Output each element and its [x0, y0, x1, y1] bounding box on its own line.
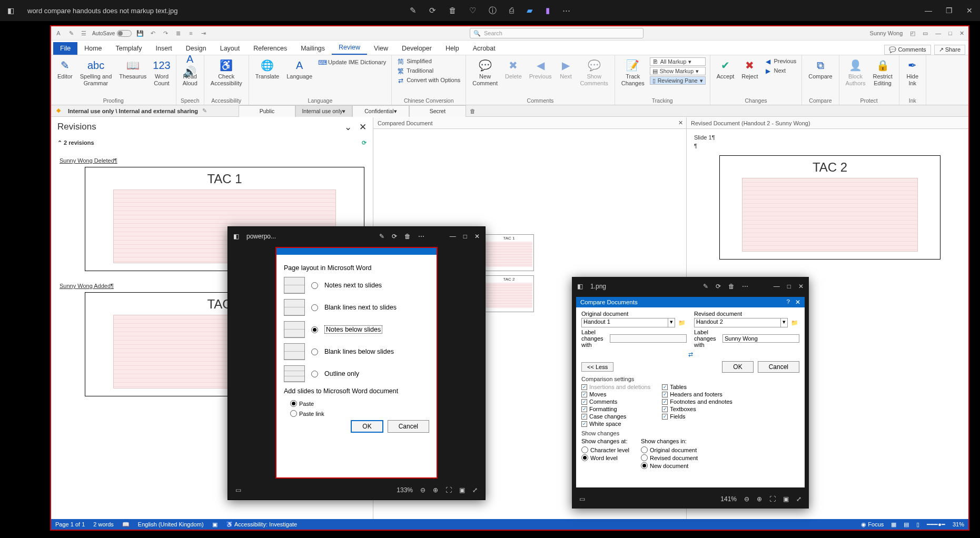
print-icon[interactable]: ⎙	[509, 6, 514, 16]
editor-button[interactable]: ✎Editor	[55, 57, 75, 81]
qat-touch-icon[interactable]: ☰	[80, 29, 88, 37]
pp-edit-icon[interactable]: ✎	[379, 233, 384, 240]
sensitivity-confidential[interactable]: Confidential ▾	[352, 105, 409, 117]
next-change-button[interactable]: ▶Next	[764, 67, 798, 75]
view-read-icon[interactable]: ▦	[891, 521, 896, 528]
tab-file[interactable]: File	[53, 42, 77, 55]
pane-close-icon[interactable]: ✕	[359, 122, 367, 132]
opt-notes-next[interactable]: Notes next to slides	[284, 277, 429, 294]
cmp-minimize-icon[interactable]: —	[774, 283, 780, 290]
qat-redo-icon[interactable]: ↷	[161, 29, 170, 37]
language-button[interactable]: ALanguage	[284, 57, 314, 81]
user-name[interactable]: Sunny Wong	[870, 30, 903, 36]
pp-actual-icon[interactable]: ▣	[459, 486, 465, 494]
thesaurus-button[interactable]: 📖Thesaurus	[117, 57, 149, 81]
zoom-level[interactable]: 31%	[953, 521, 964, 527]
translate-button[interactable]: 🌐Translate	[253, 57, 281, 81]
convert-options-button[interactable]: ⇄Convert with Options	[396, 76, 461, 85]
read-aloud-button[interactable]: A🔊Read Aloud	[181, 57, 200, 88]
cmp-actual-icon[interactable]: ▣	[783, 495, 789, 503]
info-icon[interactable]: ⓘ	[489, 6, 497, 16]
revised-browse-icon[interactable]: 📁	[790, 318, 799, 327]
tab-developer[interactable]: Developer	[395, 42, 439, 55]
sensitivity-secret[interactable]: Secret	[409, 105, 466, 117]
radio-char-level[interactable]: Character level	[581, 446, 629, 453]
status-accessibility[interactable]: ♿ Accessibility: Investigate	[226, 521, 298, 528]
pp-maximize-icon[interactable]: □	[463, 233, 467, 240]
pp-zoom-in-icon[interactable]: ⊕	[433, 486, 438, 494]
pp-ok-button[interactable]: OK	[351, 420, 383, 433]
cloud-icon[interactable]: ▰	[527, 6, 533, 16]
check-white-space[interactable]: White space	[581, 421, 650, 427]
revision-item-deleted[interactable]: Sunny Wong Deleted¶	[60, 157, 364, 164]
win-close-icon[interactable]: ✕	[959, 30, 964, 37]
opt-blank-next[interactable]: Blank lines next to slides	[284, 299, 429, 316]
pp-rotate-icon[interactable]: ⟳	[392, 233, 397, 240]
check-case-changes[interactable]: Case changes	[581, 413, 650, 420]
cmp-delete-icon[interactable]: 🗑	[728, 283, 735, 290]
cmp-more-icon[interactable]: ⋯	[742, 283, 748, 290]
view-print-icon[interactable]: ▤	[904, 521, 909, 528]
status-spellcheck-icon[interactable]: 📖	[122, 521, 130, 528]
prev-change-button[interactable]: ◀Previous	[764, 57, 798, 66]
qat-bullets-icon[interactable]: ≣	[174, 29, 182, 37]
check-moves[interactable]: Moves	[581, 391, 650, 397]
qat-indent-icon[interactable]: ⇥	[199, 29, 207, 37]
tab-view[interactable]: View	[367, 42, 395, 55]
delete-comment-button[interactable]: ✖Delete	[503, 57, 524, 81]
check-footnotes-and-endnotes[interactable]: Footnotes and endnotes	[662, 398, 732, 405]
pp-delete-icon[interactable]: 🗑	[404, 233, 411, 240]
qat-highlight-icon[interactable]: ✎	[67, 29, 75, 37]
reviewing-pane-dropdown[interactable]: ▯ Reviewing Pane ▾	[650, 76, 706, 85]
radio-word-level[interactable]: Word level	[581, 454, 629, 461]
radio-orig-doc[interactable]: Original document	[641, 446, 698, 453]
pane-chevron-icon[interactable]: ⌄	[344, 122, 352, 132]
check-textboxes[interactable]: Textboxes	[662, 406, 732, 412]
pp-fit-icon[interactable]: ⛶	[446, 486, 452, 494]
account-icon[interactable]: ◰	[910, 30, 915, 37]
view-web-icon[interactable]: ▯	[916, 521, 919, 528]
sensitivity-delete-icon[interactable]: 🗑	[466, 105, 480, 117]
opt-notes-below[interactable]: Notes below slides	[284, 321, 429, 338]
pp-close-icon[interactable]: ✕	[474, 233, 480, 240]
markup-display-dropdown[interactable]: 🖹 All Markup ▾	[650, 57, 706, 66]
cmp-fullscreen-icon[interactable]: ⤢	[796, 495, 801, 503]
pp-more-icon[interactable]: ⋯	[418, 233, 424, 240]
search-input[interactable]: 🔍 Search	[470, 28, 644, 38]
edit-icon[interactable]: ✎	[410, 6, 417, 16]
tab-mailings[interactable]: Mailings	[294, 42, 332, 55]
win-maximize-icon[interactable]: □	[948, 30, 952, 36]
tab-insert[interactable]: Insert	[149, 42, 179, 55]
ime-button[interactable]: ⌨Update IME Dictionary	[318, 58, 387, 67]
check-formatting[interactable]: Formatting	[581, 406, 650, 412]
wordcount-button[interactable]: 123Word Count	[152, 57, 171, 88]
next-comment-button[interactable]: ▶Next	[557, 57, 575, 81]
qat-font-color-icon[interactable]: A	[54, 29, 63, 37]
track-changes-button[interactable]: 📝Track Changes	[619, 57, 647, 88]
original-doc-dropdown[interactable]: Handout 1	[581, 318, 668, 327]
opt-blank-below[interactable]: Blank lines below slides	[284, 343, 429, 360]
revised-label-input[interactable]	[722, 334, 799, 343]
tab-layout[interactable]: Layout	[213, 42, 247, 55]
pp-fullscreen-icon[interactable]: ⤢	[472, 486, 478, 494]
favorite-icon[interactable]: ♡	[469, 6, 476, 16]
original-browse-icon[interactable]: 📁	[677, 318, 687, 327]
spelling-button[interactable]: abcSpelling and Grammar	[78, 57, 114, 88]
cmp-dlg-close-icon[interactable]: ✕	[795, 298, 800, 306]
close-icon[interactable]: ✕	[966, 6, 973, 15]
compared-doc-close-icon[interactable]: ✕	[678, 119, 683, 126]
original-label-input[interactable]	[610, 334, 687, 343]
delete-icon[interactable]: 🗑	[449, 6, 457, 16]
hide-ink-button[interactable]: ✒Hide Ink	[904, 57, 922, 88]
cmp-ok-button[interactable]: OK	[722, 361, 753, 373]
show-comments-button[interactable]: 💬Show Comments	[578, 57, 610, 88]
accept-button[interactable]: ✔Accept	[715, 57, 737, 81]
ribbon-mode-icon[interactable]: ▭	[923, 30, 928, 37]
check-headers-and-footers[interactable]: Headers and footers	[662, 391, 732, 397]
refresh-icon[interactable]: ⟳	[362, 140, 367, 146]
radio-paste[interactable]: Paste	[290, 400, 429, 407]
tab-references[interactable]: References	[246, 42, 294, 55]
rotate-icon[interactable]: ⟳	[429, 6, 436, 16]
check-tables[interactable]: Tables	[662, 384, 732, 390]
autosave-toggle[interactable]: AutoSave	[92, 30, 132, 37]
